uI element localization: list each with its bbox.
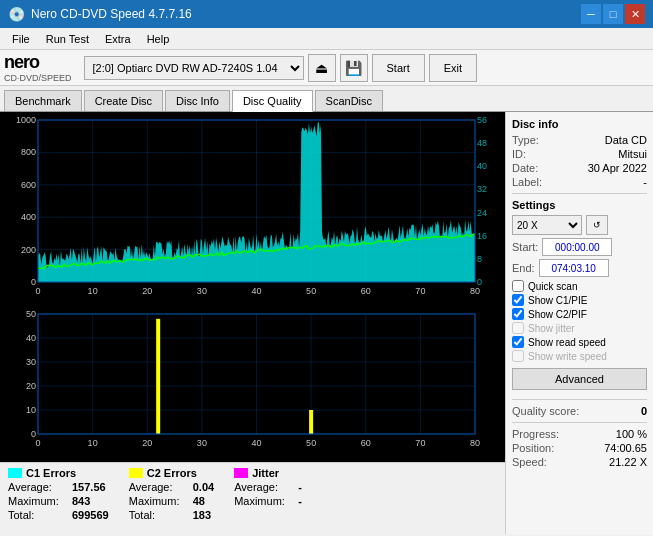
app-title: Nero CD-DVD Speed 4.7.7.16 (31, 7, 192, 21)
show-read-speed-label: Show read speed (528, 337, 606, 348)
drive-select[interactable]: [2:0] Optiarc DVD RW AD-7240S 1.04 (84, 56, 304, 80)
legend-area: C1 Errors Average: 157.56 Maximum: 843 T… (0, 462, 505, 534)
save-icon-button[interactable]: 💾 (340, 54, 368, 82)
jitter-color-dot (234, 468, 248, 478)
show-c2pif-label: Show C2/PIF (528, 309, 587, 320)
show-write-speed-label: Show write speed (528, 351, 607, 362)
show-jitter-label: Show jitter (528, 323, 575, 334)
speed-select[interactable]: 20 X 4 X 8 X 12 X 16 X Max (512, 215, 582, 235)
show-write-speed-checkbox (512, 350, 524, 362)
start-row: Start: (512, 238, 647, 256)
c1-average-row: Average: 157.56 (8, 481, 109, 493)
show-write-speed-row: Show write speed (512, 350, 647, 362)
maximize-button[interactable]: □ (603, 4, 623, 24)
c1-errors-color-dot (8, 468, 22, 478)
show-jitter-checkbox (512, 322, 524, 334)
quality-score-row: Quality score: 0 (512, 405, 647, 417)
disc-date-row: Date: 30 Apr 2022 (512, 162, 647, 174)
progress-section: Progress: 100 % Position: 74:00.65 Speed… (512, 428, 647, 468)
c1-maximum-row: Maximum: 843 (8, 495, 109, 507)
menu-help[interactable]: Help (139, 31, 178, 47)
tab-disc-info[interactable]: Disc Info (165, 90, 230, 111)
nero-logo-text: nero (4, 52, 72, 73)
jitter-legend: Jitter Average: - Maximum: - (234, 467, 302, 530)
divider-1 (512, 193, 647, 194)
advanced-button[interactable]: Advanced (512, 368, 647, 390)
minimize-button[interactable]: ─ (581, 4, 601, 24)
jitter-title: Jitter (234, 467, 302, 479)
quick-scan-label: Quick scan (528, 281, 577, 292)
eject-icon-button[interactable]: ⏏ (308, 54, 336, 82)
c2-average-row: Average: 0.04 (129, 481, 214, 493)
c2-errors-title: C2 Errors (129, 467, 214, 479)
start-button[interactable]: Start (372, 54, 425, 82)
c2-errors-legend: C2 Errors Average: 0.04 Maximum: 48 Tota… (129, 467, 214, 530)
menu-bar: File Run Test Extra Help (0, 28, 653, 50)
quick-scan-row: Quick scan (512, 280, 647, 292)
nero-logo: nero CD·DVD/SPEED (4, 52, 72, 83)
top-chart (0, 112, 505, 302)
jitter-average-row: Average: - (234, 481, 302, 493)
app-icon: 💿 (8, 6, 25, 22)
divider-3 (512, 422, 647, 423)
end-row: End: (512, 259, 647, 277)
title-bar: 💿 Nero CD-DVD Speed 4.7.7.16 ─ □ ✕ (0, 0, 653, 28)
start-time-input[interactable] (542, 238, 612, 256)
speed-settings-row: 20 X 4 X 8 X 12 X 16 X Max ↺ (512, 215, 647, 235)
nero-logo-sub: CD·DVD/SPEED (4, 73, 72, 83)
show-c1pie-checkbox[interactable] (512, 294, 524, 306)
show-c1pie-row: Show C1/PIE (512, 294, 647, 306)
c1-total-row: Total: 699569 (8, 509, 109, 521)
c1-errors-legend: C1 Errors Average: 157.56 Maximum: 843 T… (8, 467, 109, 530)
charts-container (0, 112, 505, 462)
disc-info-title: Disc info (512, 118, 647, 130)
c1-errors-title: C1 Errors (8, 467, 109, 479)
show-c2pif-row: Show C2/PIF (512, 308, 647, 320)
jitter-maximum-row: Maximum: - (234, 495, 302, 507)
side-panel: Disc info Type: Data CD ID: Mitsui Date:… (505, 112, 653, 534)
refresh-speed-button[interactable]: ↺ (586, 215, 608, 235)
show-c2pif-checkbox[interactable] (512, 308, 524, 320)
c2-maximum-row: Maximum: 48 (129, 495, 214, 507)
speed-row: Speed: 21.22 X (512, 456, 647, 468)
divider-2 (512, 399, 647, 400)
end-time-input[interactable] (539, 259, 609, 277)
disc-label-row: Label: - (512, 176, 647, 188)
tab-benchmark[interactable]: Benchmark (4, 90, 82, 111)
title-bar-left: 💿 Nero CD-DVD Speed 4.7.7.16 (8, 6, 192, 22)
menu-file[interactable]: File (4, 31, 38, 47)
tab-disc-quality[interactable]: Disc Quality (232, 90, 313, 112)
close-button[interactable]: ✕ (625, 4, 645, 24)
chart-panel: C1 Errors Average: 157.56 Maximum: 843 T… (0, 112, 505, 534)
title-bar-controls: ─ □ ✕ (581, 4, 645, 24)
menu-extra[interactable]: Extra (97, 31, 139, 47)
disc-id-row: ID: Mitsui (512, 148, 647, 160)
c2-errors-color-dot (129, 468, 143, 478)
tab-scan-disc[interactable]: ScanDisc (315, 90, 383, 111)
tab-bar: Benchmark Create Disc Disc Info Disc Qua… (0, 86, 653, 112)
progress-row: Progress: 100 % (512, 428, 647, 440)
show-jitter-row: Show jitter (512, 322, 647, 334)
position-row: Position: 74:00.65 (512, 442, 647, 454)
settings-title: Settings (512, 199, 647, 211)
quick-scan-checkbox[interactable] (512, 280, 524, 292)
c2-total-row: Total: 183 (129, 509, 214, 521)
disc-type-row: Type: Data CD (512, 134, 647, 146)
toolbar: nero CD·DVD/SPEED [2:0] Optiarc DVD RW A… (0, 50, 653, 86)
exit-button[interactable]: Exit (429, 54, 477, 82)
menu-run-test[interactable]: Run Test (38, 31, 97, 47)
main-content: C1 Errors Average: 157.56 Maximum: 843 T… (0, 112, 653, 534)
tab-create-disc[interactable]: Create Disc (84, 90, 163, 111)
show-c1pie-label: Show C1/PIE (528, 295, 587, 306)
show-read-speed-row: Show read speed (512, 336, 647, 348)
bottom-chart (0, 306, 505, 454)
show-read-speed-checkbox[interactable] (512, 336, 524, 348)
